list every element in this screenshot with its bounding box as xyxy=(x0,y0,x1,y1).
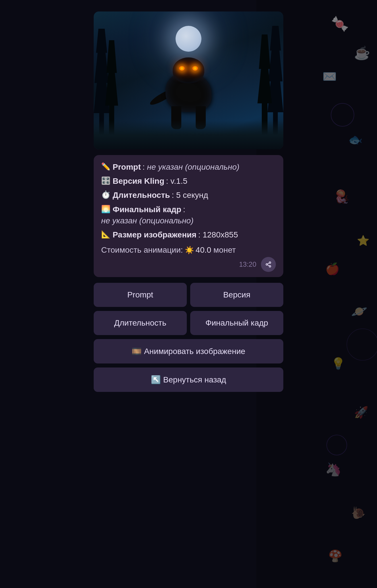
back-button[interactable]: ↖️ Вернуться назад xyxy=(94,368,283,392)
final-frame-icon: 🌅 xyxy=(101,204,110,214)
panther-head xyxy=(173,57,204,83)
svg-text:☕: ☕ xyxy=(354,45,370,61)
svg-text:🐌: 🐌 xyxy=(351,506,366,520)
svg-text:🪐: 🪐 xyxy=(351,304,368,319)
cost-unit: монет xyxy=(213,245,236,255)
animate-button[interactable]: 🎞️ Анимировать изображение xyxy=(94,339,283,363)
svg-line-19 xyxy=(268,265,269,266)
image-size-row: 📐 Размер изображения: 1280x855 xyxy=(101,229,276,240)
final-frame-value: не указан (опционально) xyxy=(101,215,194,226)
buttons-grid-row2: Длительность Финальный кадр xyxy=(94,311,283,335)
prompt-value: не указан (опционально) xyxy=(147,161,240,173)
moon xyxy=(176,26,201,52)
size-icon: 📐 xyxy=(101,229,110,239)
cost-label: Стоимость анимации: xyxy=(101,245,183,255)
prompt-icon: ✏️ xyxy=(101,161,110,172)
timestamp-row: 13:20 xyxy=(101,257,276,272)
cost-value: 40.0 xyxy=(196,245,211,255)
svg-text:🪼: 🪼 xyxy=(334,189,350,204)
cost-sun-icon: ☀️ xyxy=(185,246,194,255)
svg-point-13 xyxy=(331,103,354,126)
animate-label: Анимировать изображение xyxy=(144,347,245,356)
prompt-row: ✏️ Prompt: не указан (опционально) xyxy=(101,161,276,173)
svg-text:💡: 💡 xyxy=(331,357,345,370)
panther-eye-right xyxy=(192,66,198,71)
svg-text:🐟: 🐟 xyxy=(348,133,363,146)
duration-label: Длительность xyxy=(113,189,170,201)
back-icon: ↖️ xyxy=(151,375,161,384)
prompt-label: Prompt xyxy=(113,161,141,173)
kling-version-row: 🎛️ Версия Kling: v.1.5 xyxy=(101,175,276,187)
animate-icon: 🎞️ xyxy=(132,347,142,356)
svg-line-20 xyxy=(268,263,269,264)
svg-text:✉️: ✉️ xyxy=(322,69,337,83)
kling-label: Версия Kling xyxy=(113,175,164,187)
cost-row: Стоимость анимации: ☀️ 40.0 монет xyxy=(101,245,276,255)
version-button[interactable]: Версия xyxy=(190,283,283,307)
duration-button[interactable]: Длительность xyxy=(94,311,187,335)
back-label: Вернуться назад xyxy=(163,375,226,384)
panther-eye-left xyxy=(179,66,185,71)
svg-text:🍎: 🍎 xyxy=(325,262,340,276)
svg-point-15 xyxy=(327,435,347,455)
svg-point-14 xyxy=(347,329,377,360)
svg-text:🚀: 🚀 xyxy=(354,405,368,419)
final-frame-button[interactable]: Финальный кадр xyxy=(190,311,283,335)
duration-value: 5 секунд xyxy=(176,189,208,201)
kling-icon: 🎛️ xyxy=(101,175,110,186)
info-card: ✏️ Prompt: не указан (опционально) 🎛️ Ве… xyxy=(94,155,283,277)
buttons-grid-row1: Prompt Версия xyxy=(94,283,283,307)
kling-value: v.1.5 xyxy=(170,175,187,187)
timestamp: 13:20 xyxy=(239,260,256,268)
panther-image xyxy=(94,11,283,149)
forest-ground xyxy=(94,121,283,149)
share-button[interactable] xyxy=(261,257,276,272)
duration-row: ⏱️ Длительность: 5 секунд xyxy=(101,189,276,201)
size-value: 1280x855 xyxy=(203,229,238,240)
svg-text:⭐: ⭐ xyxy=(357,235,370,247)
svg-text:🦄: 🦄 xyxy=(325,462,342,477)
size-label: Размер изображения xyxy=(113,229,197,240)
final-frame-row: 🌅 Финальный кадр: не указан (опционально… xyxy=(101,204,276,226)
panther-body xyxy=(157,57,220,129)
prompt-button[interactable]: Prompt xyxy=(94,283,187,307)
final-frame-label: Финальный кадр xyxy=(113,204,181,215)
svg-text:🍬: 🍬 xyxy=(331,15,349,32)
duration-icon: ⏱️ xyxy=(101,189,110,200)
svg-text:🍄: 🍄 xyxy=(328,549,343,563)
main-content: ✏️ Prompt: не указан (опционально) 🎛️ Ве… xyxy=(88,0,289,407)
